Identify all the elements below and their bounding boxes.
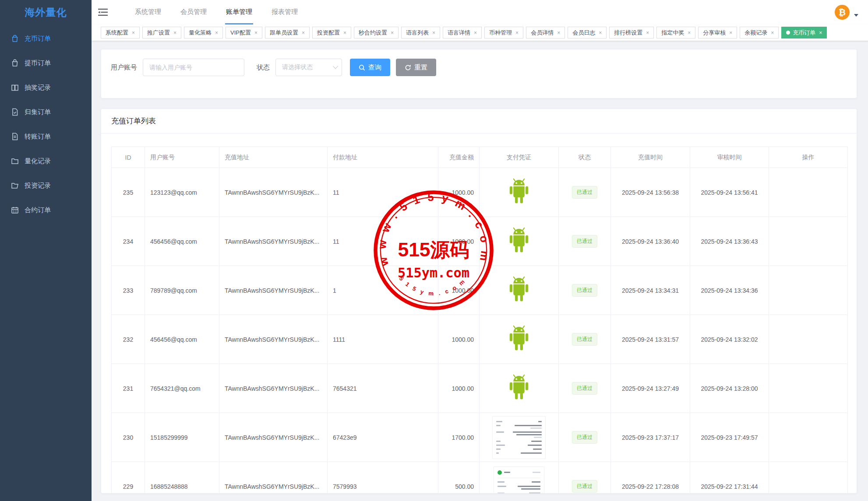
sidebar-item-归集订单[interactable]: 归集订单 [0,100,92,124]
tag-余额记录[interactable]: 余额记录× [740,27,779,39]
nav-menu-系统管理[interactable]: 系统管理 [125,0,171,25]
column-header-pay_address: 付款地址 [328,147,438,168]
sidebar-item-转账订单[interactable]: 转账订单 [0,124,92,149]
close-icon[interactable]: × [599,30,602,36]
close-icon[interactable]: × [302,30,305,36]
close-icon[interactable]: × [254,30,258,36]
tag-label: 币种管理 [489,29,512,37]
invest-folder-icon [11,182,19,189]
receipt-card-image[interactable] [494,466,544,494]
cell-account: 123123@qq.com [145,168,219,217]
sidebar-item-充币订单[interactable]: 充币订单 [0,26,92,51]
close-icon[interactable]: × [432,30,435,36]
cell-amount: 1000.00 [438,217,480,266]
tag-跟单员设置[interactable]: 跟单员设置× [265,27,310,39]
nav-menu-报表管理[interactable]: 报表管理 [262,0,307,25]
cell-voucher [480,413,559,462]
close-icon[interactable]: × [515,30,519,36]
tag-排行榜设置[interactable]: 排行榜设置× [609,27,654,39]
search-button[interactable]: 查询 [350,59,390,76]
android-icon[interactable] [504,324,534,354]
close-icon[interactable]: × [646,30,649,36]
sidebar-item-提币订单[interactable]: 提币订单 [0,51,92,75]
table-row: 235123123@qq.comTAwnnBAwshSG6YMYrSU9jBzK… [112,168,848,217]
cell-status: 已通过 [559,413,611,462]
cell-status: 已通过 [559,462,611,494]
close-icon[interactable]: × [173,30,176,36]
search-icon [359,64,365,71]
tag-指定中奖[interactable]: 指定中奖× [656,27,695,39]
close-icon[interactable]: × [391,30,394,36]
tag-label: 充币订单 [793,29,815,37]
cell-action [769,462,848,494]
status-select[interactable]: 请选择状态 [275,59,342,76]
cell-voucher [480,315,559,364]
tag-量化策略[interactable]: 量化策略× [184,27,223,39]
tag-系统配置[interactable]: 系统配置× [101,27,140,39]
tag-充币订单[interactable]: 充币订单× [781,27,827,39]
close-icon[interactable]: × [771,30,774,36]
close-icon[interactable]: × [343,30,346,36]
android-icon[interactable] [504,177,534,207]
close-icon[interactable]: × [688,30,691,36]
cell-voucher [480,217,559,266]
sidebar-item-投资记录[interactable]: 投资记录 [0,173,92,198]
active-dot-icon [786,31,790,35]
column-header-id: ID [112,147,145,168]
column-header-audit_time: 审核时间 [690,147,769,168]
quant-folder-icon [11,157,19,165]
account-input[interactable] [143,59,244,76]
sidebar-item-label: 充币订单 [25,35,51,43]
sidebar-item-合约订单[interactable]: 合约订单 [0,198,92,222]
tags-view-bar: 系统配置×推广设置×量化策略×VIP配置×跟单员设置×投资配置×秒合约设置×语言… [92,25,868,41]
cell-status: 已通过 [559,217,611,266]
tag-投资配置[interactable]: 投资配置× [312,27,351,39]
receipt-text-image[interactable] [492,416,546,459]
tag-label: 分享审核 [703,29,726,37]
cell-deposit_address: TAwnnBAwshSG6YMYrSU9jBzK... [219,266,328,315]
close-icon[interactable]: × [215,30,218,36]
android-icon[interactable] [504,373,534,403]
android-icon[interactable] [504,226,534,256]
tag-label: 跟单员设置 [270,29,298,37]
close-icon[interactable]: × [474,30,477,36]
tag-VIP配置[interactable]: VIP配置× [226,27,262,39]
cell-id: 235 [112,168,145,217]
sidebar-menu: 充币订单提币订单抽奖记录归集订单转账订单量化记录投资记录合约订单 [0,25,92,222]
tag-秒合约设置[interactable]: 秒合约设置× [354,27,399,39]
tag-会员详情[interactable]: 会员详情× [526,27,565,39]
user-dropdown-caret-icon[interactable] [854,14,858,17]
cell-id: 231 [112,364,145,413]
sidebar-item-抽奖记录[interactable]: 抽奖记录 [0,75,92,100]
cell-amount: 1000.00 [438,315,480,364]
column-header-status: 状态 [559,147,611,168]
reset-button[interactable]: 重置 [396,59,436,76]
user-avatar-bitcoin-icon[interactable]: ₿ [835,5,850,20]
close-icon[interactable]: × [729,30,732,36]
nav-menu-会员管理[interactable]: 会员管理 [171,0,216,25]
tag-语言详情[interactable]: 语言详情× [443,27,482,39]
tag-推广设置[interactable]: 推广设置× [142,27,181,39]
transfer-doc-icon [11,133,19,140]
cell-pay_address: 1111 [328,315,438,364]
green-dot-icon [498,470,502,475]
close-icon[interactable]: × [819,30,822,36]
cell-pay_address: 7654321 [328,364,438,413]
column-header-voucher: 支付凭证 [480,147,559,168]
close-icon[interactable]: × [132,30,135,36]
tag-label: 排行榜设置 [614,29,642,37]
tag-语言列表[interactable]: 语言列表× [401,27,440,39]
tag-分享审核[interactable]: 分享审核× [698,27,737,39]
nav-menu-账单管理[interactable]: 账单管理 [216,0,262,25]
column-header-account: 用户账号 [145,147,219,168]
sidebar-toggle-icon[interactable] [98,8,108,17]
cell-account: 789789@qq.com [145,266,219,315]
sidebar-item-label: 合约订单 [25,206,51,214]
close-icon[interactable]: × [557,30,560,36]
tag-会员日志[interactable]: 会员日志× [568,27,607,39]
tag-币种管理[interactable]: 币种管理× [484,27,523,39]
main-area: 系统管理会员管理账单管理报表管理 ₿ 系统配置×推广设置×量化策略×VIP配置×… [92,0,868,501]
android-icon[interactable] [504,275,534,305]
cell-account: 16885248888 [145,462,219,494]
sidebar-item-量化记录[interactable]: 量化记录 [0,149,92,173]
